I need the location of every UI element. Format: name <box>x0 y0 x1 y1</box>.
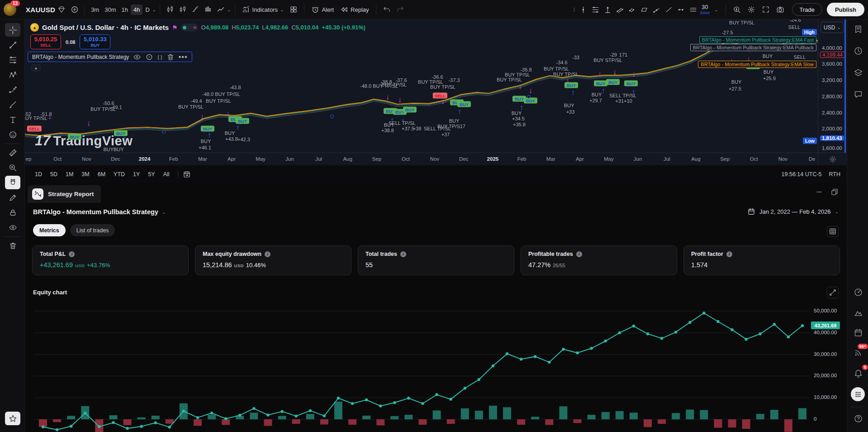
equity-expand-button[interactable] <box>827 287 839 298</box>
chevron-down-icon[interactable]: ⌄ <box>714 7 718 12</box>
go-to-date-icon[interactable] <box>183 170 191 178</box>
watchlist-icon[interactable] <box>853 24 863 34</box>
buy-marker[interactable]: BUY <box>564 82 578 88</box>
sell-marker[interactable]: SELL <box>433 93 447 99</box>
timeframe-4h[interactable]: 4h <box>131 5 142 15</box>
economic-calendar-icon[interactable] <box>853 327 863 338</box>
screener-icon[interactable] <box>853 287 863 298</box>
sell-signal-arrow-icon[interactable]: ↓ <box>398 96 402 104</box>
remove-all-drawings-tool[interactable] <box>5 239 20 252</box>
ray-tool[interactable] <box>650 5 663 15</box>
candles-icon[interactable] <box>164 4 176 15</box>
sell-signal-arrow-icon[interactable]: ↓ <box>613 68 617 76</box>
buy-marker[interactable]: BUY <box>606 79 620 85</box>
buy-marker[interactable]: BUY <box>524 98 537 104</box>
buy-signal-arrow-icon[interactable]: ↑ <box>236 124 240 131</box>
sell-button[interactable]: 5,010.25 SELL <box>30 34 61 49</box>
help-icon[interactable] <box>853 413 863 424</box>
emoji-tool[interactable] <box>5 128 20 141</box>
hide-all-drawings-tool[interactable] <box>5 221 20 234</box>
buy-marker[interactable]: BUY <box>594 81 607 86</box>
buy-signal-arrow-icon[interactable]: ↑ <box>458 108 462 115</box>
currency-dropdown[interactable]: USD ⌄ <box>821 22 844 33</box>
parallelogram-tool[interactable] <box>638 5 650 15</box>
chevron-down-icon[interactable]: ⌄ <box>227 7 231 12</box>
alert-button[interactable]: Alert <box>308 4 337 15</box>
notifications-bell-icon[interactable]: 5 <box>853 368 863 379</box>
favorites-star-tool[interactable] <box>5 412 20 425</box>
range-ytd[interactable]: YTD <box>110 169 128 179</box>
settings-circle-icon[interactable] <box>145 53 153 61</box>
chat-icon[interactable] <box>853 89 863 100</box>
sell-signal-arrow-icon[interactable]: ↓ <box>441 98 445 106</box>
extended-line-tool[interactable] <box>675 5 687 15</box>
collapse-legend-button[interactable]: ▲ <box>32 65 40 71</box>
xabcd-pattern-tool[interactable] <box>5 68 20 82</box>
arrow-marker-tool[interactable] <box>602 5 614 15</box>
timeframe-1h[interactable]: 1h <box>119 5 131 15</box>
chart-title[interactable]: Gold Spot / U.S. Dollar · 4h · IC Market… <box>42 24 169 31</box>
report-tab-metrics[interactable]: Metrics <box>33 224 66 236</box>
settings-gear-icon[interactable] <box>747 5 755 14</box>
range-5y[interactable]: 5Y <box>144 169 158 179</box>
axis-gear-icon[interactable] <box>829 155 837 163</box>
equity-chart[interactable] <box>34 299 810 432</box>
buy-signal-arrow-icon[interactable]: ↑ <box>571 89 575 96</box>
entry-circle-marker[interactable] <box>330 115 334 118</box>
flag-icon[interactable]: ⚑ <box>172 24 178 31</box>
range-1d[interactable]: 1D <box>31 169 46 179</box>
range-5d[interactable]: 5D <box>47 169 61 179</box>
info-icon[interactable]: i <box>400 251 406 257</box>
step-line-icon[interactable] <box>189 4 202 15</box>
buy-marker[interactable]: BUY <box>457 101 471 107</box>
range-1y[interactable]: 1Y <box>129 169 143 179</box>
delete-icon[interactable] <box>166 53 175 61</box>
buy-signal-arrow-icon[interactable]: ↑ <box>123 135 127 143</box>
magnet-tool[interactable] <box>5 176 20 189</box>
info-icon[interactable]: i <box>265 251 270 257</box>
quick-search-icon[interactable] <box>733 5 741 14</box>
sell-signal-arrow-icon[interactable]: ↓ <box>598 70 602 78</box>
symbol-search-button[interactable]: XAUUSD <box>23 4 69 15</box>
axis-settings-corner[interactable] <box>818 153 847 165</box>
buy-button[interactable]: 5,010.33 BUY <box>80 34 110 49</box>
indicators-button[interactable]: Indicators ⌄ <box>239 4 287 15</box>
redo-icon[interactable] <box>396 5 404 14</box>
ideas-icon[interactable] <box>853 307 863 318</box>
sell-signal-arrow-icon[interactable]: ↓ <box>386 93 390 101</box>
line-chart-icon[interactable] <box>214 4 227 15</box>
replay-button[interactable]: Replay <box>337 4 372 15</box>
info-icon[interactable]: i <box>576 251 582 257</box>
apps-grid-icon[interactable] <box>851 387 865 401</box>
minimize-panel-icon[interactable] <box>815 188 823 196</box>
publish-button[interactable]: Publish <box>827 3 864 16</box>
strategy-report-tab[interactable]: Strategy Report <box>28 185 101 203</box>
chevron-down-icon[interactable]: ⌄ <box>152 7 156 12</box>
volume-candles-icon[interactable] <box>202 4 214 15</box>
buy-signal-arrow-icon[interactable]: ↑ <box>81 136 85 144</box>
timeframe-3m[interactable]: 3m <box>88 5 102 15</box>
compare-add-icon[interactable] <box>71 5 79 14</box>
sell-signal-arrow-icon[interactable]: ↓ <box>87 120 91 127</box>
range-1m[interactable]: 1M <box>62 169 77 179</box>
undo-icon[interactable] <box>383 5 391 14</box>
info-icon[interactable]: i <box>726 251 732 257</box>
buy-signal-arrow-icon[interactable]: ↑ <box>602 87 606 95</box>
streams-icon[interactable]: 99+ <box>853 347 863 358</box>
text-tool[interactable] <box>5 113 20 126</box>
buy-marker[interactable]: BUY <box>624 81 638 86</box>
price-axis[interactable]: USD ⌄ 4,000.003,600.003,200.002,800.002,… <box>818 19 847 153</box>
drag-handle-icon[interactable]: ⁞⁞ <box>573 7 574 12</box>
ruler-tool[interactable] <box>5 146 20 159</box>
trend-line-tool[interactable] <box>5 38 20 52</box>
sell-signal-arrow-icon[interactable]: ↓ <box>518 82 522 90</box>
alerts-clock-icon[interactable] <box>853 45 863 56</box>
strategy-legend[interactable]: BRTAlgo - Momentum Pullback Strategy { }… <box>28 52 192 62</box>
snapshot-camera-icon[interactable] <box>776 5 784 14</box>
indicator-templates-icon[interactable] <box>289 5 298 14</box>
entry-circle-marker[interactable] <box>162 130 166 134</box>
sell-marker[interactable]: SELL <box>27 126 42 132</box>
trend-line-tool[interactable] <box>663 5 675 15</box>
report-date-range[interactable]: Jan 2, 2022 — Feb 4, 2026 ⌄ <box>747 207 839 216</box>
info-icon[interactable]: i <box>69 251 75 257</box>
